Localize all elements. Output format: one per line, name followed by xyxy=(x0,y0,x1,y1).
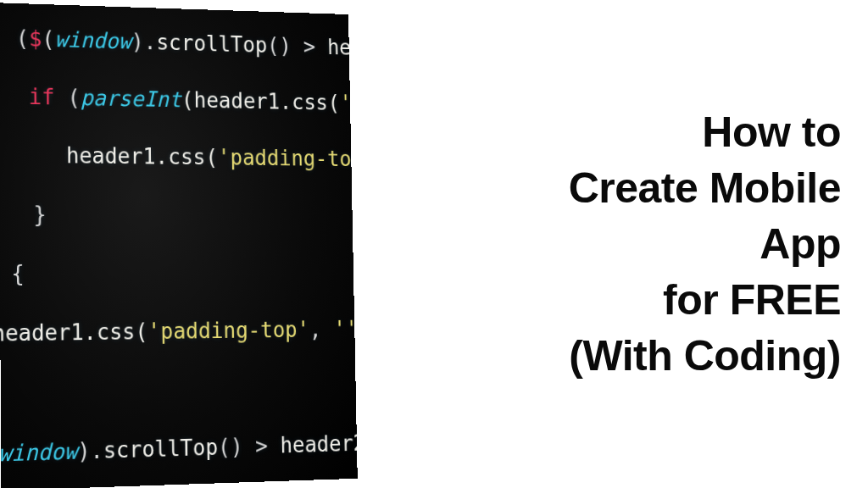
code-token: header2_i xyxy=(280,430,358,458)
code-token: , xyxy=(309,317,334,341)
code-token: if xyxy=(29,85,55,110)
code-token: (header1.css( xyxy=(181,88,340,115)
code-token: } xyxy=(33,202,47,227)
code-token: ( xyxy=(42,26,54,52)
code-token: ( xyxy=(54,85,81,110)
code-token: ). xyxy=(131,30,157,55)
code-token: ( xyxy=(16,25,29,51)
code-token: window xyxy=(54,27,131,54)
code-token: ). xyxy=(77,438,103,464)
heading-line: App xyxy=(569,216,841,272)
heading-line: (With Coding) xyxy=(569,328,841,384)
code-token: scrollTop xyxy=(103,435,219,463)
code-token: window xyxy=(0,439,77,467)
code-block: ($(window).scrollTop() > heade if (parse… xyxy=(0,3,358,488)
title-panel: How to Create Mobile App for FREE (With … xyxy=(373,0,868,488)
code-token: { xyxy=(0,261,25,286)
code-token: $ xyxy=(29,26,42,52)
heading-line: How to xyxy=(569,104,841,160)
code-token: parseInt xyxy=(81,86,182,112)
code-token: 'padding-top' xyxy=(218,146,358,172)
main-heading: How to Create Mobile App for FREE (With … xyxy=(569,104,841,384)
code-token: 'pad xyxy=(340,92,358,116)
code-token: header1.css( xyxy=(0,319,148,346)
heading-line: for FREE xyxy=(569,272,841,328)
code-token: 'padding-top' xyxy=(147,317,309,344)
code-token: header1.css( xyxy=(66,143,218,169)
code-screenshot-panel: ($(window).scrollTop() > heade if (parse… xyxy=(0,3,358,488)
code-token: () > xyxy=(218,433,281,460)
code-token: scrollTop xyxy=(156,30,267,57)
code-token: heade xyxy=(327,36,358,61)
code-token: '' xyxy=(333,317,358,341)
code-token: () > xyxy=(267,33,327,58)
heading-line: Create Mobile xyxy=(569,160,841,216)
